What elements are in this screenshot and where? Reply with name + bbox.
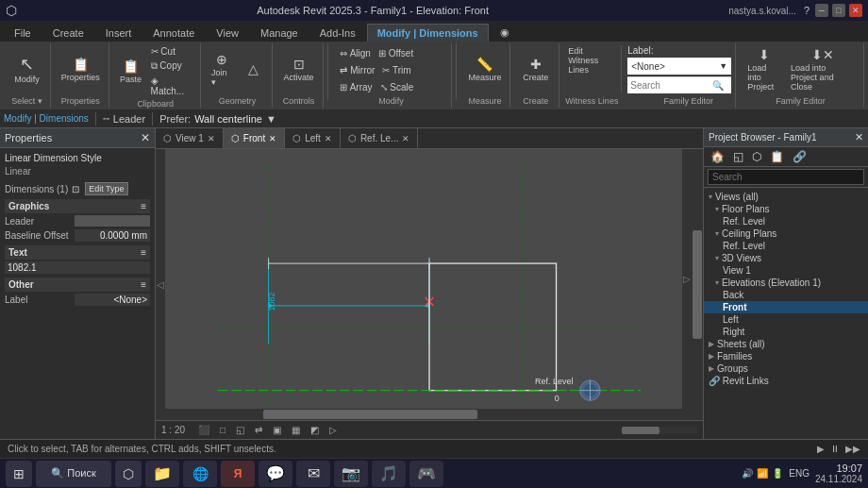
canvas-scrollbar-horizontal[interactable] bbox=[156, 409, 692, 420]
tree-item-sheets[interactable]: ▶ Sheets (all) bbox=[704, 338, 868, 350]
front-close[interactable]: ✕ bbox=[269, 134, 276, 143]
status-icon3[interactable]: ▶▶ bbox=[845, 444, 860, 454]
tree-item-ref-level-fp[interactable]: Ref. Level bbox=[704, 215, 868, 227]
taskbar-app-revit[interactable]: Я bbox=[221, 461, 255, 487]
volume-icon[interactable]: 🔊 bbox=[742, 468, 753, 479]
align-btn[interactable]: ⇔ Align bbox=[337, 47, 373, 59]
taskbar-app-photos[interactable]: 📷 bbox=[334, 461, 368, 487]
edit-type-btn[interactable]: Edit Type bbox=[85, 182, 127, 195]
tab-view[interactable]: View bbox=[206, 24, 249, 42]
tab-create[interactable]: Create bbox=[42, 24, 94, 42]
pb-icon3[interactable]: ⬡ bbox=[749, 149, 764, 164]
tree-item-ref-level-cp[interactable]: Ref. Level bbox=[704, 240, 868, 252]
left-close[interactable]: ✕ bbox=[325, 134, 332, 143]
help-btn[interactable]: ? bbox=[804, 5, 810, 16]
view1-close[interactable]: ✕ bbox=[208, 134, 215, 143]
graphics-header[interactable]: Graphics ≡ bbox=[5, 199, 150, 213]
tree-item-groups[interactable]: ▶ Groups bbox=[704, 362, 868, 375]
tree-item-revit-links[interactable]: 🔗 Revit Links bbox=[704, 375, 868, 387]
pb-icon2[interactable]: ◱ bbox=[730, 149, 746, 164]
project-browser-close[interactable]: ✕ bbox=[855, 131, 863, 143]
taskbar-app-chat[interactable]: 💬 bbox=[259, 461, 292, 487]
tab-manage[interactable]: Manage bbox=[250, 24, 309, 42]
tree-item-right[interactable]: Right bbox=[704, 326, 868, 338]
measure-btn[interactable]: 📏 Measure bbox=[464, 56, 505, 84]
tree-item-left-tree[interactable]: Left bbox=[704, 313, 868, 326]
tree-item-3d-views[interactable]: ▾ 3D Views bbox=[704, 252, 868, 264]
network-icon[interactable]: 📶 bbox=[757, 468, 768, 479]
h-scroll-thumb[interactable] bbox=[263, 410, 477, 419]
scale-btn[interactable]: ⤡ Scale bbox=[377, 81, 417, 93]
search-btn[interactable]: 🔍 Поиск bbox=[36, 461, 111, 487]
ctrl-icon6[interactable]: ▦ bbox=[289, 424, 303, 436]
offset-btn[interactable]: ⊞ Offset bbox=[376, 47, 416, 59]
other-header[interactable]: Other ≡ bbox=[5, 278, 150, 292]
status-icon1[interactable]: ▶ bbox=[817, 444, 825, 454]
ctrl-icon3[interactable]: ◱ bbox=[233, 424, 247, 436]
tab-modify-dimensions[interactable]: Modify | Dimensions bbox=[367, 24, 489, 42]
pb-icon5[interactable]: 🔗 bbox=[790, 149, 810, 164]
left-collapse-handle[interactable]: ◁ bbox=[156, 149, 165, 420]
ctrl-icon8[interactable]: ▷ bbox=[326, 424, 340, 436]
view-tab-view1[interactable]: ⬡ View 1 ✕ bbox=[156, 128, 224, 148]
reflevel-close[interactable]: ✕ bbox=[402, 134, 409, 143]
ctrl-icon2[interactable]: □ bbox=[217, 424, 228, 436]
tree-item-floor-plans[interactable]: ▾ Floor Plans bbox=[704, 203, 868, 215]
v-scroll-thumb[interactable] bbox=[693, 230, 702, 339]
tab-insert[interactable]: Insert bbox=[95, 24, 142, 42]
view-tab-reflevel[interactable]: ⬡ Ref. Le... ✕ bbox=[341, 128, 419, 148]
mirror-btn[interactable]: ⇄ Mirror bbox=[337, 64, 377, 76]
tab-annotate[interactable]: Annotate bbox=[142, 24, 205, 42]
array-btn[interactable]: ⊞ Array bbox=[337, 81, 375, 93]
geometry-btn2[interactable]: △ bbox=[239, 60, 267, 79]
tree-item-view1[interactable]: View 1 bbox=[704, 264, 868, 277]
activate-btn[interactable]: ⊡ Activate bbox=[280, 56, 318, 84]
project-browser-search-input[interactable] bbox=[708, 169, 864, 185]
paste-btn[interactable]: 📋 Paste bbox=[117, 58, 145, 86]
matchprop-btn[interactable]: ◈ Match... bbox=[148, 75, 194, 97]
language-indicator[interactable]: ENG bbox=[789, 468, 810, 479]
text-header[interactable]: Text ≡ bbox=[5, 245, 150, 260]
view-tab-left[interactable]: ⬡ Left ✕ bbox=[285, 128, 341, 148]
tree-item-ceiling-plans[interactable]: ▾ Ceiling Plans bbox=[704, 227, 868, 240]
canvas-area[interactable]: 1082 Ref. Level 0 bbox=[156, 149, 703, 420]
copy-btn[interactable]: ⧉ Copy bbox=[148, 59, 194, 73]
ctrl-icon1[interactable]: ⬛ bbox=[195, 424, 212, 436]
taskview-btn[interactable]: ⬡ bbox=[115, 461, 142, 487]
start-btn[interactable]: ⊞ bbox=[6, 461, 32, 487]
right-collapse-handle[interactable]: ▷ bbox=[682, 149, 692, 409]
pb-icon4[interactable]: 📋 bbox=[767, 149, 787, 164]
tree-item-families[interactable]: ▶ Families bbox=[704, 350, 868, 362]
cut-btn[interactable]: ✂ Cut bbox=[148, 45, 194, 58]
taskbar-app-mail[interactable]: ✉ bbox=[296, 461, 330, 487]
prefer-dropdown-arrow[interactable]: ▼ bbox=[266, 113, 276, 125]
status-icon2[interactable]: ⏸ bbox=[830, 444, 840, 454]
taskbar-app-music[interactable]: 🎵 bbox=[372, 461, 406, 487]
taskbar-app-file[interactable]: 📁 bbox=[145, 461, 179, 487]
minimize-btn[interactable]: ─ bbox=[815, 4, 828, 17]
modify-btn[interactable]: ↖ Modify bbox=[10, 54, 43, 86]
edit-witness-btn[interactable]: EditWitness Lines bbox=[565, 45, 615, 76]
battery-icon[interactable]: 🔋 bbox=[772, 468, 783, 479]
join-btn[interactable]: ⊕ Join ▾ bbox=[208, 51, 236, 89]
ctrl-icon5[interactable]: ▣ bbox=[270, 424, 284, 436]
tree-item-back[interactable]: Back bbox=[704, 289, 868, 301]
tree-item-views-all[interactable]: ▾ Views (all) bbox=[704, 191, 868, 203]
taskbar-app-game[interactable]: 🎮 bbox=[409, 461, 443, 487]
clock[interactable]: 19:07 24.11.2024 bbox=[815, 463, 862, 484]
maximize-btn[interactable]: □ bbox=[832, 4, 845, 17]
close-btn[interactable]: ✕ bbox=[849, 4, 862, 17]
ctrl-icon7[interactable]: ◩ bbox=[308, 424, 322, 436]
tree-item-elevations[interactable]: ▾ Elevations (Elevation 1) bbox=[704, 277, 868, 289]
canvas-scrollbar-vertical[interactable] bbox=[692, 149, 703, 420]
pb-icon1[interactable]: 🏠 bbox=[708, 149, 727, 164]
view-tab-front[interactable]: ⬡ Front ✕ bbox=[224, 128, 285, 148]
create-btn[interactable]: ✚ Create bbox=[519, 56, 552, 84]
taskbar-app-edge[interactable]: 🌐 bbox=[183, 461, 217, 487]
label-select[interactable]: <None> ▼ bbox=[627, 58, 731, 75]
load-into-project-btn[interactable]: ⬇ Load intoProject bbox=[743, 46, 784, 93]
tab-options[interactable]: ◉ bbox=[490, 23, 520, 42]
properties-close[interactable]: ✕ bbox=[141, 131, 150, 144]
load-into-close-btn[interactable]: ⬇✕ Load intoProject and Close bbox=[787, 46, 858, 93]
label-search-input[interactable] bbox=[627, 80, 712, 91]
